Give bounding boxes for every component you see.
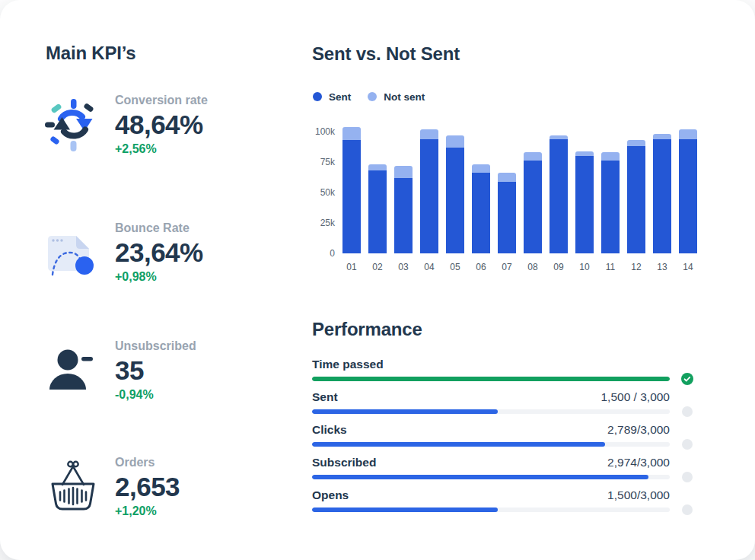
- x-tick-label: 05: [442, 262, 468, 272]
- perf-row-sent: Sent1,500 / 3,000: [312, 390, 670, 414]
- perf-progress-fill: [312, 475, 648, 479]
- kpi-item-bounce-rate: Bounce Rate 23,64% +0,98%: [42, 220, 301, 285]
- x-tick-label: 01: [339, 262, 365, 272]
- perf-row-label: Clicks: [312, 423, 347, 437]
- bar-09[interactable]: [550, 135, 568, 253]
- bar-08[interactable]: [524, 152, 542, 253]
- kpi-delta: +1,20%: [115, 503, 180, 520]
- perf-row-value: 1,500 / 3,000: [601, 390, 671, 404]
- kpi-delta: +0,98%: [115, 269, 203, 285]
- bar-segment-not-sent: [472, 164, 490, 173]
- orders-basket-icon: [42, 456, 104, 518]
- kpi-value: 23,64%: [115, 237, 203, 269]
- performance-title: Performance: [312, 319, 422, 340]
- dashboard-card: Main KPI’s Conversion rate 48,64% +2,56%: [0, 0, 755, 560]
- bar-segment-not-sent: [420, 129, 438, 139]
- kpi-delta: -0,94%: [115, 387, 196, 403]
- perf-row-value: 1,500/3,000: [607, 488, 670, 502]
- kpi-item-conversion-rate: Conversion rate 48,64% +2,56%: [42, 92, 301, 158]
- y-tick-label: 100k: [304, 126, 335, 137]
- perf-row-subscribed: Subscribed2,974/3,000: [312, 456, 670, 479]
- bar-segment-sent: [420, 139, 438, 253]
- bar-segment-not-sent: [627, 140, 645, 146]
- perf-row-time-passed: Time passed: [312, 358, 670, 381]
- kpi-text: Bounce Rate 23,64% +0,98%: [115, 220, 203, 285]
- x-tick-label: 02: [365, 262, 390, 272]
- bar-04[interactable]: [420, 129, 438, 253]
- x-tick-label: 03: [390, 262, 416, 272]
- bar-03[interactable]: [394, 166, 413, 253]
- bar-segment-sent: [679, 139, 697, 253]
- bar-segment-sent: [498, 182, 516, 253]
- perf-row-head: Clicks2,789/3,000: [312, 423, 670, 438]
- bar-01[interactable]: [342, 127, 361, 253]
- x-tick-label: 11: [597, 262, 623, 272]
- bar-segment-sent: [601, 161, 620, 253]
- perf-row-head: Time passed: [312, 358, 670, 373]
- bar-10[interactable]: [575, 151, 594, 253]
- bar-segment-not-sent: [601, 152, 620, 161]
- pending-dot-icon: [682, 504, 693, 515]
- pending-dot-icon: [682, 439, 693, 450]
- kpi-text: Unsubscribed 35 -0,94%: [115, 338, 196, 403]
- x-tick-label: 09: [546, 262, 572, 272]
- x-tick-label: 04: [416, 262, 442, 272]
- bar-segment-not-sent: [368, 164, 387, 170]
- perf-row-value: 2,974/3,000: [607, 456, 670, 469]
- bar-segment-sent: [446, 148, 464, 253]
- perf-progress-track: [312, 442, 670, 447]
- x-tick-label: 13: [649, 262, 675, 272]
- x-tick-label: 06: [468, 262, 494, 272]
- x-tick-label: 10: [572, 262, 597, 272]
- bar-segment-sent: [394, 178, 413, 253]
- bar-segment-sent: [368, 170, 387, 253]
- check-circle-icon: [681, 373, 693, 385]
- legend-label: Sent: [329, 91, 351, 103]
- legend-item-not-sent[interactable]: Not sent: [368, 91, 425, 103]
- bar-segment-sent: [342, 140, 361, 253]
- bar-13[interactable]: [653, 134, 671, 253]
- bar-07[interactable]: [498, 173, 516, 253]
- y-tick-label: 50k: [304, 187, 335, 198]
- bar-segment-not-sent: [524, 152, 542, 161]
- bar-segment-not-sent: [342, 127, 361, 141]
- y-tick-label: 75k: [304, 157, 335, 167]
- bar-06[interactable]: [472, 164, 490, 253]
- perf-row-clicks: Clicks2,789/3,000: [312, 423, 670, 447]
- legend-dot-icon: [313, 92, 322, 101]
- kpi-label: Conversion rate: [115, 92, 208, 109]
- perf-row-label: Opens: [312, 488, 349, 502]
- bar-segment-sent: [653, 139, 671, 253]
- bar-14[interactable]: [679, 129, 697, 253]
- bar-segment-not-sent: [498, 173, 516, 181]
- bar-segment-not-sent: [679, 129, 697, 139]
- x-tick-label: 14: [675, 262, 701, 272]
- bounce-page-icon: [42, 221, 104, 284]
- kpi-text: Conversion rate 48,64% +2,56%: [115, 92, 208, 158]
- performance-rows: Time passedSent1,500 / 3,000Clicks2,789/…: [312, 358, 670, 521]
- conversion-cycle-icon: [42, 94, 104, 156]
- bar-segment-sent: [575, 156, 594, 253]
- bar-segment-sent: [550, 139, 568, 253]
- bar-12[interactable]: [627, 140, 645, 253]
- perf-row-label: Subscribed: [312, 456, 376, 469]
- perf-progress-track: [312, 475, 670, 479]
- legend-dot-icon: [368, 92, 377, 101]
- chart-title: Sent vs. Not Sent: [312, 43, 460, 65]
- bar-segment-sent: [472, 173, 490, 253]
- kpi-value: 35: [115, 355, 196, 387]
- bar-segment-not-sent: [446, 135, 464, 148]
- legend-label: Not sent: [384, 91, 425, 103]
- unsubscribed-user-icon: [42, 339, 104, 402]
- perf-row-label: Time passed: [312, 358, 384, 371]
- kpi-item-unsubscribed: Unsubscribed 35 -0,94%: [42, 338, 301, 403]
- chart-legend: SentNot sent: [313, 88, 425, 105]
- bar-11[interactable]: [601, 152, 620, 253]
- kpi-panel-title: Main KPI’s: [46, 43, 135, 64]
- bar-segment-sent: [627, 146, 645, 253]
- legend-item-sent[interactable]: Sent: [313, 91, 351, 103]
- pending-dot-icon: [682, 406, 693, 417]
- bar-02[interactable]: [368, 164, 387, 253]
- bar-segment-not-sent: [394, 166, 413, 178]
- bar-05[interactable]: [446, 135, 464, 253]
